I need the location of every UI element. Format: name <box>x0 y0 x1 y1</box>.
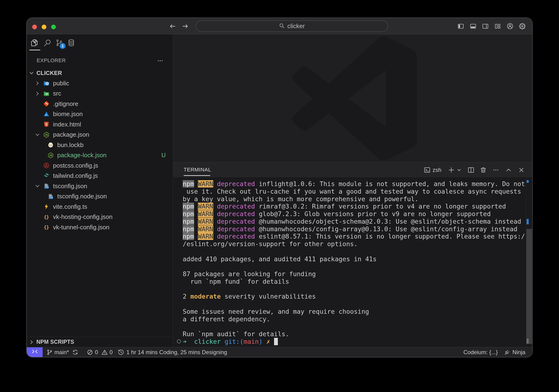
command-center-search[interactable]: clicker <box>196 20 388 32</box>
ninja-status-item[interactable]: Ninja <box>504 349 525 356</box>
ninja-label: Ninja <box>512 349 525 356</box>
svg-text:5: 5 <box>46 123 47 126</box>
svg-text:JS: JS <box>49 154 52 157</box>
tree-root-clicker[interactable]: CLICKER <box>27 68 173 78</box>
root-folder-label: CLICKER <box>37 70 62 76</box>
terminal-line: 87 packages are looking for funding <box>183 270 525 278</box>
close-panel-icon[interactable] <box>518 167 525 173</box>
tsfile-icon: TS <box>43 183 50 189</box>
codeium-status-item[interactable]: Codeium: {...} <box>463 349 498 356</box>
vite-icon <box>43 203 50 210</box>
shell-label: zsh <box>433 167 441 173</box>
maximize-panel-icon[interactable] <box>505 167 512 173</box>
tree-item-vk-tunnel-config.json[interactable]: {}vk-tunnel-config.json <box>27 222 173 233</box>
toggle-panel-icon[interactable] <box>470 22 477 30</box>
tree-item-package.json[interactable]: JSpackage.json <box>27 130 173 140</box>
settings-gear-icon[interactable] <box>519 22 526 30</box>
file-label: public <box>53 80 69 87</box>
terminal-line: npm WARN deprecated rimraf@3.0.2: Rimraf… <box>183 203 525 210</box>
branch-label: main* <box>55 349 69 356</box>
panel-header: TERMINAL zsh <box>173 162 532 177</box>
tab-terminal[interactable]: TERMINAL <box>184 162 211 177</box>
node-icon: JS <box>43 132 50 138</box>
file-label: src <box>53 90 61 97</box>
scroll-decoration-command <box>527 180 529 183</box>
account-icon[interactable] <box>506 22 513 30</box>
npm-scripts-section[interactable]: NPM SCRIPTS <box>27 337 173 347</box>
time-tracking-status-item[interactable]: 1 hr 14 mins Coding, 25 mins Designing <box>118 349 227 356</box>
terminal-line: Some issues need review, and may require… <box>183 308 525 315</box>
scrollbar-slider[interactable] <box>526 229 532 344</box>
folder-public-icon <box>43 80 50 87</box>
search-icon <box>279 23 285 30</box>
kill-terminal-icon[interactable] <box>480 166 487 174</box>
biome-icon <box>43 111 50 117</box>
navigate-forward-button[interactable] <box>182 22 189 30</box>
customize-layout-icon[interactable] <box>494 22 501 30</box>
tree-item-tsconfig.json[interactable]: TStsconfig.json <box>27 181 173 192</box>
explorer-more-actions-icon[interactable] <box>157 57 164 65</box>
terminal-line: run `npm fund` for details <box>183 278 525 285</box>
window-controls <box>32 25 56 29</box>
terminal-scrollbar[interactable] <box>526 162 532 347</box>
tree-item-tailwind.config.js[interactable]: tailwind.config.js <box>27 171 173 181</box>
file-label: vite.config.ts <box>53 203 87 210</box>
file-label: index.html <box>53 121 81 128</box>
tree-item-src[interactable]: src <box>27 89 173 99</box>
postcss-icon <box>43 162 50 169</box>
terminal-icon <box>424 166 431 174</box>
tree-item-vite.config.ts[interactable]: vite.config.ts <box>27 202 173 212</box>
terminal-line: by a key value, which is much more compr… <box>183 195 525 203</box>
file-label: package.json <box>53 131 89 138</box>
file-label: bun.lockb <box>57 141 84 149</box>
active-view-indicator <box>29 50 40 50</box>
terminal-output[interactable]: npm WARN deprecated inflight@1.0.6: This… <box>183 180 525 345</box>
vscode-window: clicker 1 EXPLORER CLICKER public src .g… <box>27 18 532 357</box>
split-terminal-icon[interactable] <box>467 166 475 174</box>
new-terminal-icon[interactable] <box>447 166 455 174</box>
tree-item-package-lock.json[interactable]: JSpackage-lock.jsonU <box>27 150 173 160</box>
search-icon[interactable] <box>43 38 52 47</box>
toggle-sidebar-right-icon[interactable] <box>482 22 489 30</box>
minimize-window-button[interactable] <box>42 25 47 29</box>
scroll-decoration-command <box>527 339 529 344</box>
npm-scripts-label: NPM SCRIPTS <box>37 339 74 345</box>
folder-src-icon <box>43 90 50 97</box>
svg-text:}: } <box>46 214 49 220</box>
remote-indicator-button[interactable] <box>27 347 43 357</box>
terminal-line: use it. Check out lru-cache if you want … <box>183 188 525 195</box>
bun-icon <box>47 142 54 148</box>
zoom-window-button[interactable] <box>51 25 56 29</box>
svg-text:}: } <box>46 224 49 230</box>
files-icon[interactable] <box>30 38 38 47</box>
tree-item-biome.json[interactable]: biome.json <box>27 109 173 119</box>
close-window-button[interactable] <box>32 25 37 29</box>
html-icon: 5 <box>43 121 50 128</box>
terminal-line: npm WARN deprecated glob@7.2.3: Glob ver… <box>183 210 525 218</box>
tree-item-tsconfig.node.json[interactable]: TStsconfig.node.json <box>27 191 173 202</box>
tree-item-index.html[interactable]: 5index.html <box>27 119 173 130</box>
chevron-down-icon[interactable] <box>457 167 462 173</box>
terminal-line <box>183 263 525 270</box>
activity-bar: 1 <box>27 34 173 52</box>
branch-status-item[interactable]: main* <box>47 349 78 356</box>
tree-item-postcss.config.js[interactable]: postcss.config.js <box>27 160 173 171</box>
database-icon[interactable] <box>67 38 75 47</box>
tree-item-vk-hosting-config.json[interactable]: {}vk-hosting-config.json <box>27 212 173 222</box>
file-label: tsconfig.node.json <box>57 193 107 200</box>
tailwind-icon <box>43 173 50 179</box>
error-count: 0 <box>95 349 98 356</box>
tree-item-bun.lockb[interactable]: bun.lockb <box>27 140 173 150</box>
sync-icon[interactable] <box>72 349 78 355</box>
tree-item-public[interactable]: public <box>27 78 173 89</box>
navigate-back-button[interactable] <box>169 22 176 30</box>
terminal-line: npm WARN deprecated inflight@1.0.6: This… <box>183 180 525 188</box>
problems-status-item[interactable]: 0 0 <box>87 349 113 356</box>
file-label: tailwind.config.js <box>53 172 98 179</box>
file-label: .gitignore <box>53 100 78 107</box>
toggle-sidebar-left-icon[interactable] <box>457 22 464 30</box>
tree-item-.gitignore[interactable]: .gitignore <box>27 99 173 109</box>
explorer-title: EXPLORER <box>37 57 66 64</box>
more-actions-icon[interactable] <box>493 167 499 173</box>
scroll-decoration-command <box>527 219 529 224</box>
